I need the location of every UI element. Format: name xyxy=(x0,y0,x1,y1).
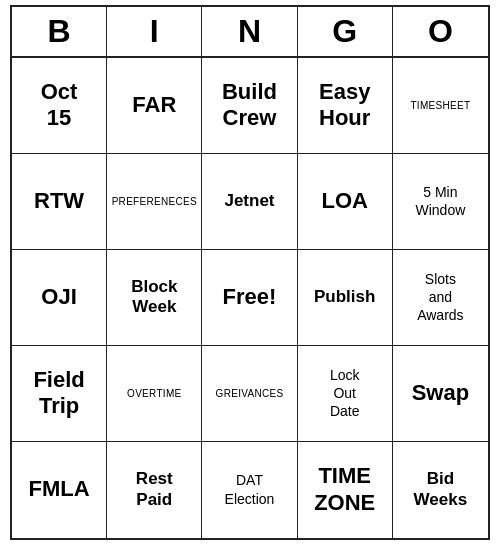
bingo-cell: GREIVANCES xyxy=(202,346,297,442)
cell-text: GREIVANCES xyxy=(216,388,284,399)
cell-text: Rest Paid xyxy=(136,469,173,510)
bingo-cell: Block Week xyxy=(107,250,202,346)
bingo-cell: TIMESHEET xyxy=(393,58,488,154)
bingo-grid: Oct 15FARBuild CrewEasy HourTIMESHEETRTW… xyxy=(12,58,488,538)
cell-text: RTW xyxy=(34,188,84,214)
bingo-cell: FMLA xyxy=(12,442,107,538)
bingo-cell: OVERTIME xyxy=(107,346,202,442)
cell-text: OJI xyxy=(41,284,76,310)
cell-text: TIMESHEET xyxy=(410,100,470,111)
header-letter: O xyxy=(393,7,488,56)
cell-text: Jetnet xyxy=(224,191,274,211)
bingo-cell: 5 Min Window xyxy=(393,154,488,250)
bingo-cell: Swap xyxy=(393,346,488,442)
bingo-cell: Field Trip xyxy=(12,346,107,442)
cell-text: LOA xyxy=(321,188,367,214)
cell-text: FAR xyxy=(132,92,176,118)
bingo-cell: FAR xyxy=(107,58,202,154)
bingo-cell: TIME ZONE xyxy=(298,442,393,538)
cell-text: DAT Election xyxy=(225,471,275,507)
bingo-cell: LOA xyxy=(298,154,393,250)
cell-text: FMLA xyxy=(29,476,90,502)
cell-text: Free! xyxy=(223,284,277,310)
bingo-cell: Easy Hour xyxy=(298,58,393,154)
bingo-cell: Oct 15 xyxy=(12,58,107,154)
bingo-card: BINGO Oct 15FARBuild CrewEasy HourTIMESH… xyxy=(10,5,490,540)
bingo-cell: DAT Election xyxy=(202,442,297,538)
bingo-cell: Bid Weeks xyxy=(393,442,488,538)
cell-text: Block Week xyxy=(131,277,177,318)
bingo-cell: OJI xyxy=(12,250,107,346)
bingo-cell: Jetnet xyxy=(202,154,297,250)
header-letter: N xyxy=(202,7,297,56)
cell-text: TIME ZONE xyxy=(314,463,375,516)
bingo-cell: Free! xyxy=(202,250,297,346)
bingo-header: BINGO xyxy=(12,7,488,58)
bingo-cell: Build Crew xyxy=(202,58,297,154)
cell-text: Swap xyxy=(412,380,469,406)
bingo-cell: Slots and Awards xyxy=(393,250,488,346)
header-letter: G xyxy=(298,7,393,56)
bingo-cell: PREFERENECES xyxy=(107,154,202,250)
cell-text: 5 Min Window xyxy=(415,183,465,219)
cell-text: Easy Hour xyxy=(319,79,370,132)
cell-text: Slots and Awards xyxy=(417,270,463,325)
cell-text: Field Trip xyxy=(33,367,84,420)
bingo-cell: Rest Paid xyxy=(107,442,202,538)
header-letter: B xyxy=(12,7,107,56)
cell-text: Build Crew xyxy=(222,79,277,132)
bingo-cell: Lock Out Date xyxy=(298,346,393,442)
bingo-cell: Publish xyxy=(298,250,393,346)
cell-text: Publish xyxy=(314,287,375,307)
cell-text: Lock Out Date xyxy=(330,366,360,421)
bingo-cell: RTW xyxy=(12,154,107,250)
cell-text: PREFERENECES xyxy=(112,196,197,207)
header-letter: I xyxy=(107,7,202,56)
cell-text: Oct 15 xyxy=(41,79,78,132)
cell-text: OVERTIME xyxy=(127,388,181,399)
cell-text: Bid Weeks xyxy=(414,469,468,510)
